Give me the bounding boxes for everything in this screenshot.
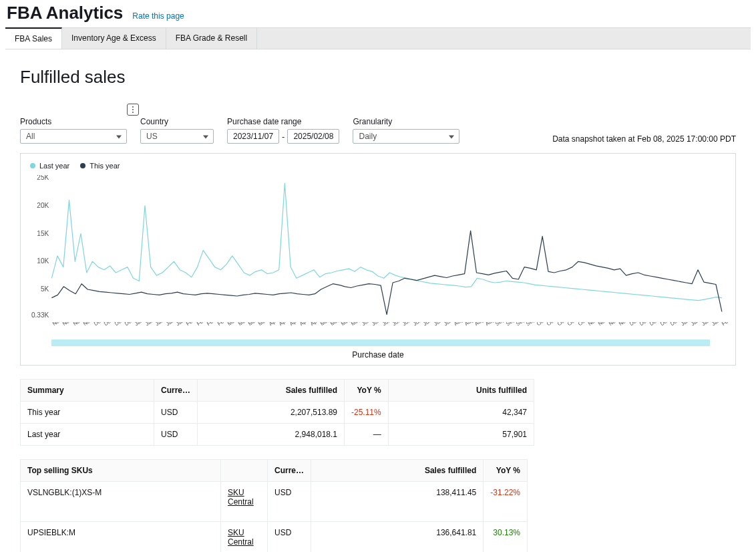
xaxis-tick: Dec 24 — [659, 322, 668, 334]
granularity-value: Daily — [359, 132, 377, 141]
svg-text:10K: 10K — [37, 257, 49, 265]
summary-label: This year — [21, 402, 154, 424]
xaxis-tick: Oct 8 — [546, 322, 554, 334]
chart-xaxis-label: Purchase date — [27, 350, 729, 360]
chart-card: Last year This year 0.33K5K10K15K20K25K … — [20, 153, 736, 366]
xaxis-tick: Sep 17 — [515, 322, 524, 334]
products-select[interactable]: All — [20, 129, 127, 144]
summary-sales: 2,948,018.1 — [198, 424, 345, 446]
xaxis-tick: Feb 13 — [196, 322, 204, 334]
xaxis-tick: Jan 16 — [154, 322, 163, 334]
xaxis-tick: Apr 9 — [278, 322, 287, 334]
section-title: Fulfilled sales — [20, 67, 736, 88]
sku-name: UPSIEBLK:M — [21, 522, 221, 553]
sku-central-link[interactable]: SKU Central — [228, 488, 254, 507]
xaxis-tick: Oct 1 — [536, 322, 544, 334]
rate-page-link[interactable]: Rate this page — [132, 11, 184, 21]
legend-last-year: Last year — [39, 162, 69, 170]
xaxis-tick: Jan 2 — [134, 322, 142, 334]
xaxis-tick: Jun 4 — [361, 322, 369, 334]
skus-th-yoy: YoY % — [484, 460, 528, 482]
tab-grade-resell[interactable]: FBA Grade & Resell — [166, 28, 257, 49]
xaxis-tick: Feb 20 — [206, 322, 214, 334]
xaxis-tick: Apr 16 — [289, 322, 297, 334]
summary-th-summary: Summary — [21, 380, 154, 402]
skus-th-sales: Sales fulfilled — [311, 460, 484, 482]
xaxis-tick: Nov 26 — [618, 322, 626, 334]
sku-name: VSLNGBLK:(1)XS-M — [21, 482, 221, 522]
xaxis-tick: Jan 23 — [165, 322, 174, 334]
country-label: Country — [140, 117, 214, 126]
svg-text:5K: 5K — [41, 285, 49, 293]
xaxis-tick: Nov 12 — [597, 322, 606, 334]
legend-this-year: This year — [89, 162, 120, 170]
xaxis-tick: Dec 31 — [669, 322, 678, 334]
xaxis-tick: Aug 20 — [474, 322, 482, 334]
xaxis-tick: Nov 28 — [82, 322, 91, 334]
country-select[interactable]: US — [140, 129, 214, 144]
date-end-value: 2025/02/08 — [293, 132, 333, 141]
xaxis-tick: May 21 — [340, 322, 349, 334]
country-value: US — [146, 132, 158, 141]
xaxis-tick: May 7 — [319, 322, 328, 334]
date-end-input[interactable]: 2025/02/08 — [287, 129, 339, 144]
xaxis-tick: Feb 6 — [185, 322, 194, 334]
xaxis-tick: Jan 9 — [144, 322, 153, 334]
chart-legend: Last year This year — [27, 160, 729, 175]
chart-scrubber[interactable] — [51, 339, 710, 346]
tab-bar: FBA Sales Inventory Age & Excess FBA Gra… — [5, 27, 751, 49]
svg-text:20K: 20K — [37, 202, 49, 209]
xaxis-tick: Jul 9 — [412, 322, 421, 334]
table-row: UPSIEBLK:MSKU CentralUSD136,641.8130.13% — [21, 522, 528, 553]
xaxis-tick: Jan 30 — [175, 322, 184, 334]
summary-table: Summary Curre… Sales fulfilled YoY % Uni… — [20, 379, 534, 446]
xaxis-tick: Dec 3 — [628, 322, 637, 334]
tab-inventory-age[interactable]: Inventory Age & Excess — [62, 28, 166, 49]
summary-units: 57,901 — [388, 424, 534, 446]
more-actions-button[interactable] — [127, 104, 139, 116]
xaxis-tick: Aug 6 — [453, 322, 461, 334]
xaxis-tick: Dec 5 — [93, 322, 102, 334]
xaxis-tick: Apr 23 — [299, 322, 307, 334]
xaxis-tick: Jan 7 — [680, 322, 689, 334]
xaxis-tick: Dec 19 — [114, 322, 122, 334]
tab-fba-sales[interactable]: FBA Sales — [5, 27, 62, 49]
xaxis-tick: Jun 25 — [391, 322, 400, 334]
summary-th-sales: Sales fulfilled — [198, 380, 345, 402]
xaxis-tick: Nov 7 — [51, 322, 60, 334]
summary-currency: USD — [154, 402, 198, 424]
svg-text:15K: 15K — [37, 230, 49, 237]
chart-xaxis: Nov 7Nov 14Nov 21Nov 28Dec 5Dec 12Dec 19… — [27, 322, 729, 337]
xaxis-tick: Aug 27 — [484, 322, 493, 334]
xaxis-tick: Jul 30 — [443, 322, 451, 334]
summary-yoy: -25.11% — [345, 402, 389, 424]
sku-currency: USD — [268, 522, 311, 553]
xaxis-tick: Feb 27 — [216, 322, 225, 334]
date-range-label: Purchase date range — [227, 117, 339, 126]
granularity-label: Granularity — [353, 117, 459, 126]
xaxis-tick: Feb 8 — [721, 322, 729, 334]
page-title: FBA Analytics — [7, 3, 123, 23]
sales-chart[interactable]: 0.33K5K10K15K20K25K — [27, 175, 729, 322]
xaxis-tick: Mar 19 — [247, 322, 256, 334]
sku-central-link[interactable]: SKU Central — [228, 528, 254, 547]
skus-th-currency: Curre… — [268, 460, 311, 482]
summary-units: 42,347 — [388, 402, 534, 424]
date-start-input[interactable]: 2023/11/07 — [227, 129, 279, 144]
products-value: All — [26, 132, 35, 141]
legend-swatch-this-year — [80, 163, 85, 168]
summary-th-yoy: YoY % — [345, 380, 389, 402]
granularity-select[interactable]: Daily — [353, 129, 459, 144]
table-row: Last yearUSD2,948,018.1—57,901 — [21, 424, 534, 446]
sku-yoy: -31.22% — [484, 482, 528, 522]
xaxis-tick: Nov 21 — [72, 322, 81, 334]
xaxis-tick: Jun 18 — [381, 322, 390, 334]
xaxis-tick: May 28 — [350, 322, 359, 334]
summary-th-currency: Curre… — [154, 380, 198, 402]
sku-currency: USD — [268, 482, 311, 522]
date-range-separator: - — [282, 132, 285, 142]
xaxis-tick: Dec 17 — [648, 322, 657, 334]
xaxis-tick: Apr 30 — [309, 322, 318, 334]
sku-sales: 136,641.81 — [311, 522, 484, 553]
kebab-icon — [132, 106, 134, 113]
